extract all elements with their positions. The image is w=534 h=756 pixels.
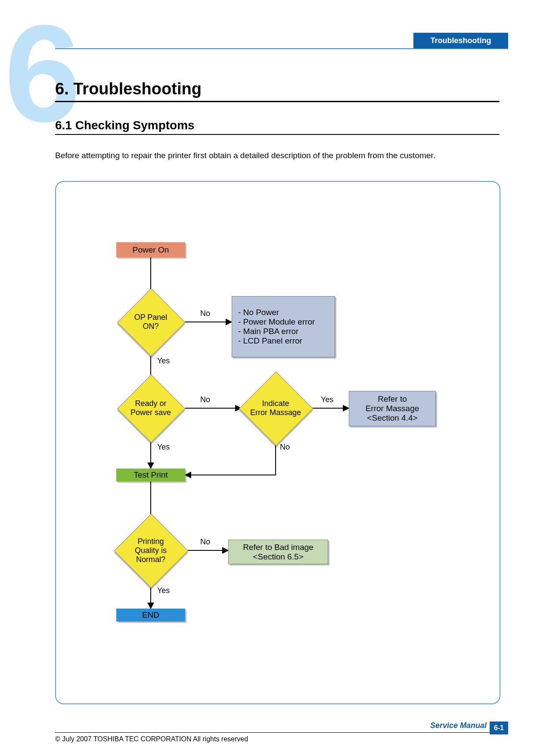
- heading-section: 6.1 Checking Symptoms: [55, 119, 500, 135]
- node-op-panel-on: OP Panel ON?: [127, 298, 174, 346]
- intro-paragraph: Before attempting to repair the printer …: [55, 151, 500, 160]
- node-printing-quality-label: Printing Quality is Normal?: [115, 525, 187, 576]
- node-refer-error-message: Refer to Error Massage <Section 4.4>: [349, 391, 436, 426]
- node-op-panel-on-label: OP Panel ON?: [118, 298, 184, 346]
- page: 6 Troubleshooting 6. Troubleshooting 6.1…: [0, 0, 534, 756]
- edge-label-yes-1: Yes: [157, 356, 170, 366]
- footer-page-number: 6-1: [490, 722, 508, 734]
- node-test-print: Test Print: [116, 469, 185, 481]
- edge-label-yes-4: Yes: [157, 586, 170, 595]
- header-tab: Troubleshooting: [413, 33, 508, 48]
- edge-label-yes-2: Yes: [157, 443, 170, 452]
- node-end: END: [116, 609, 185, 622]
- edge-label-no-4: No: [200, 537, 210, 547]
- node-refer-bad-image: Refer to Bad image <Section 6.5>: [228, 540, 328, 564]
- node-power-on: Power On: [116, 242, 185, 257]
- flowchart: Power On OP Panel ON? No Yes - No Power …: [56, 182, 500, 703]
- footer-copyright: © July 2007 TOSHIBA TEC CORPORATION All …: [55, 735, 248, 743]
- edge-label-no-2: No: [200, 395, 210, 404]
- footer-service-manual: Service Manual: [430, 721, 487, 730]
- node-ready-powersave-label: Ready or Power save: [118, 384, 184, 432]
- header-rule: [55, 48, 508, 49]
- heading-chapter: 6. Troubleshooting: [55, 80, 500, 102]
- edge-label-yes-3: Yes: [321, 395, 333, 404]
- footer-rule: [55, 732, 508, 733]
- node-printing-quality: Printing Quality is Normal?: [125, 525, 177, 576]
- edge-label-no-3: No: [280, 443, 290, 452]
- edge-label-no-1: No: [200, 309, 210, 318]
- node-ready-powersave: Ready or Power save: [127, 384, 174, 432]
- node-note-power-issues: - No Power - Power Module error - Main P…: [232, 296, 335, 357]
- node-indicate-error: Indicate Error Massage: [250, 382, 301, 434]
- node-indicate-error-label: Indicate Error Massage: [239, 382, 312, 434]
- flowchart-frame: Power On OP Panel ON? No Yes - No Power …: [55, 181, 500, 704]
